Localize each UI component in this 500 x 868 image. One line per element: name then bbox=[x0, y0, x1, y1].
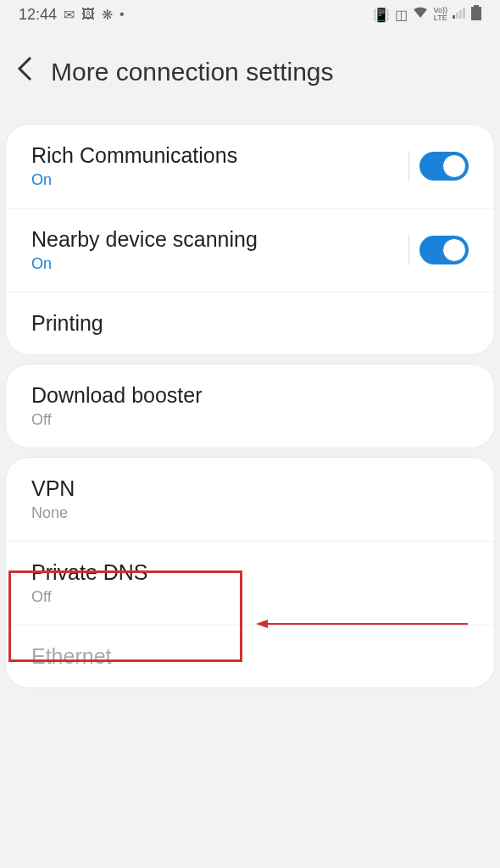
setting-title: Download booster bbox=[31, 383, 203, 408]
svg-rect-5 bbox=[471, 7, 481, 20]
toggle-divider bbox=[408, 235, 409, 265]
notification-icon: ❋ bbox=[102, 7, 113, 23]
setting-title: Ethernet bbox=[31, 644, 112, 669]
status-bar-left: 12:44 ✉ 🖼 ❋ • bbox=[19, 6, 125, 24]
setting-status: Off bbox=[31, 588, 148, 606]
email-icon: ✉ bbox=[64, 7, 75, 23]
setting-private-dns[interactable]: Private DNS Off bbox=[6, 542, 494, 626]
svg-rect-3 bbox=[463, 8, 465, 19]
svg-rect-0 bbox=[453, 15, 455, 19]
setting-title: VPN bbox=[31, 476, 75, 501]
setting-status: Off bbox=[31, 411, 203, 429]
wifi-icon bbox=[413, 7, 428, 22]
setting-printing[interactable]: Printing bbox=[6, 292, 494, 354]
volte-icon: Vo))LTE bbox=[433, 7, 447, 22]
setting-title: Rich Communications bbox=[31, 143, 237, 168]
status-bar: 12:44 ✉ 🖼 ❋ • 📳 ◫ Vo))LTE bbox=[0, 0, 500, 29]
image-icon: 🖼 bbox=[81, 7, 95, 22]
setting-title: Printing bbox=[31, 311, 103, 336]
vibrate-icon: 📳 bbox=[373, 7, 390, 23]
setting-status: On bbox=[31, 255, 258, 273]
toggle-divider bbox=[408, 151, 409, 181]
page-title: More connection settings bbox=[51, 58, 334, 86]
settings-card-2: Download booster Off bbox=[5, 364, 495, 448]
settings-card-3: VPN None Private DNS Off Ethernet bbox=[5, 457, 495, 688]
setting-title: Private DNS bbox=[31, 560, 148, 585]
svg-rect-1 bbox=[456, 13, 458, 19]
setting-status: On bbox=[31, 171, 237, 189]
svg-rect-2 bbox=[459, 10, 462, 19]
data-saver-icon: ◫ bbox=[395, 7, 408, 23]
page-header: More connection settings bbox=[0, 29, 500, 115]
toggle-rich-communications[interactable] bbox=[419, 152, 469, 181]
setting-download-booster[interactable]: Download booster Off bbox=[6, 364, 494, 448]
setting-ethernet[interactable]: Ethernet bbox=[6, 626, 494, 687]
setting-status: None bbox=[31, 504, 75, 522]
settings-card-1: Rich Communications On Nearby device sca… bbox=[5, 124, 495, 355]
setting-vpn[interactable]: VPN None bbox=[6, 458, 494, 542]
dot-icon: • bbox=[119, 7, 125, 22]
signal-icon bbox=[453, 7, 466, 22]
battery-icon bbox=[471, 5, 481, 24]
status-bar-right: 📳 ◫ Vo))LTE bbox=[373, 5, 481, 24]
back-button[interactable] bbox=[15, 54, 34, 90]
svg-rect-4 bbox=[474, 5, 479, 7]
setting-title: Nearby device scanning bbox=[31, 227, 258, 252]
setting-nearby-device-scanning[interactable]: Nearby device scanning On bbox=[6, 209, 494, 292]
setting-rich-communications[interactable]: Rich Communications On bbox=[6, 125, 494, 209]
toggle-nearby-device-scanning[interactable] bbox=[419, 236, 469, 264]
status-time: 12:44 bbox=[19, 6, 57, 24]
